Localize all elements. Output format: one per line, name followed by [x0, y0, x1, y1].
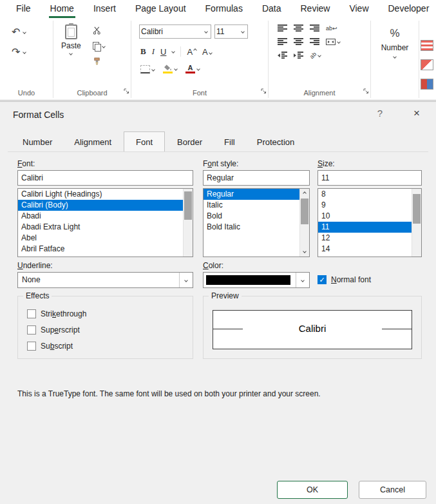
- number-format-button[interactable]: % Number: [371, 18, 419, 58]
- font-size-combo[interactable]: [214, 24, 248, 39]
- increase-font-size-button[interactable]: A: [187, 47, 196, 57]
- scrollbar-thumb[interactable]: [413, 194, 421, 224]
- font-name-combo[interactable]: [139, 24, 211, 39]
- style-list-scrollbar[interactable]: [299, 189, 309, 257]
- font-color-button[interactable]: A: [185, 64, 200, 73]
- dialog-tab-font[interactable]: Font: [124, 131, 165, 152]
- font-name-input[interactable]: [17, 170, 193, 186]
- ok-button[interactable]: OK: [277, 481, 348, 499]
- ribbon-group-font: B I U A A: [131, 18, 268, 100]
- help-button[interactable]: ?: [373, 108, 387, 119]
- clipboard-dialog-launcher[interactable]: [124, 86, 129, 97]
- size-option[interactable]: 14: [318, 244, 421, 255]
- cell-styles-icon[interactable]: [421, 79, 433, 90]
- font-option-selected[interactable]: Calibri (Body): [18, 200, 193, 211]
- dialog-tab-border[interactable]: Border: [167, 133, 212, 151]
- size-list-scrollbar[interactable]: [412, 189, 421, 257]
- font-option[interactable]: Calibri Light (Headings): [18, 189, 193, 200]
- font-option[interactable]: Abadi: [18, 211, 193, 222]
- align-center-button[interactable]: [294, 38, 303, 45]
- font-name-ribbon-input[interactable]: [141, 27, 194, 36]
- paste-button[interactable]: Paste: [53, 23, 86, 87]
- align-left-button[interactable]: [278, 38, 287, 45]
- increase-indent-button[interactable]: [294, 52, 303, 59]
- decrease-indent-button[interactable]: [278, 52, 287, 59]
- fill-color-button[interactable]: [163, 64, 177, 73]
- size-option-selected[interactable]: 11: [318, 222, 421, 233]
- decrease-font-size-button[interactable]: A: [202, 47, 212, 57]
- size-option[interactable]: 10: [318, 211, 421, 222]
- borders-button[interactable]: [140, 65, 155, 73]
- underline-button[interactable]: U: [160, 47, 166, 57]
- style-option[interactable]: Italic: [204, 200, 309, 211]
- size-option[interactable]: 12: [318, 233, 421, 244]
- copy-button[interactable]: [93, 41, 105, 51]
- chevron-down-icon[interactable]: [172, 50, 176, 53]
- alignment-dialog-launcher[interactable]: [363, 86, 369, 97]
- tab-view[interactable]: View: [339, 0, 378, 18]
- cancel-button[interactable]: Cancel: [359, 481, 426, 499]
- bold-button[interactable]: B: [140, 46, 146, 57]
- italic-button[interactable]: I: [152, 46, 155, 57]
- chevron-down-icon: [318, 53, 321, 57]
- orientation-button[interactable]: ab: [310, 52, 321, 59]
- tab-file[interactable]: File: [6, 0, 41, 18]
- style-option-selected[interactable]: Regular: [204, 189, 309, 200]
- subscript-checkbox[interactable]: Subscript: [27, 342, 73, 351]
- format-painter-button[interactable]: [93, 57, 105, 66]
- strikethrough-checkbox[interactable]: Strikethrough: [27, 309, 86, 318]
- format-as-table-icon[interactable]: [421, 59, 433, 70]
- dialog-tab-protection[interactable]: Protection: [247, 133, 305, 151]
- scrollbar-thumb[interactable]: [184, 191, 192, 220]
- font-option[interactable]: Abel: [18, 233, 193, 244]
- wrap-text-button[interactable]: ab↩: [326, 25, 337, 32]
- tab-formulas[interactable]: Formulas: [196, 0, 252, 18]
- align-right-button[interactable]: [310, 38, 319, 45]
- tab-home[interactable]: Home: [41, 0, 84, 18]
- font-list: Calibri Light (Headings) Calibri (Body) …: [17, 188, 193, 257]
- scroll-down-arrow[interactable]: [300, 247, 309, 257]
- top-align-button[interactable]: [278, 24, 287, 32]
- tab-insert[interactable]: Insert: [84, 0, 126, 18]
- tab-data[interactable]: Data: [252, 0, 291, 18]
- dropdown-button[interactable]: [296, 273, 309, 287]
- cut-button[interactable]: [93, 26, 105, 35]
- size-input[interactable]: [318, 170, 422, 186]
- tab-page-layout[interactable]: Page Layout: [126, 0, 196, 18]
- tab-review[interactable]: Review: [291, 0, 340, 18]
- color-label: Color:: [203, 261, 223, 270]
- format-cells-dialog: Format Cells ? × Number Alignment Font B…: [0, 101, 436, 504]
- font-option[interactable]: Abadi Extra Light: [18, 222, 193, 233]
- scroll-up-arrow[interactable]: [300, 189, 309, 198]
- style-option[interactable]: Bold Italic: [204, 222, 309, 233]
- underline-dropdown[interactable]: None: [17, 272, 193, 288]
- superscript-checkbox[interactable]: Superscript: [27, 325, 80, 334]
- bottom-align-button[interactable]: [310, 24, 319, 32]
- close-button[interactable]: ×: [409, 107, 424, 120]
- tab-developer[interactable]: Developer: [379, 0, 436, 18]
- dialog-tab-alignment[interactable]: Alignment: [64, 133, 121, 151]
- conditional-formatting-icon[interactable]: [421, 40, 433, 51]
- color-dropdown[interactable]: [203, 272, 310, 288]
- middle-align-button[interactable]: [294, 24, 303, 32]
- font-list-scrollbar[interactable]: [183, 189, 193, 257]
- undo-button[interactable]: ↶: [12, 26, 53, 38]
- merge-center-button[interactable]: [326, 39, 340, 45]
- font-label: Font:: [17, 159, 35, 168]
- font-option[interactable]: Abril Fatface: [18, 244, 193, 255]
- dialog-tab-fill[interactable]: Fill: [214, 133, 245, 151]
- alignment-group-label: Alignment: [269, 87, 370, 100]
- style-option[interactable]: Bold: [204, 211, 309, 222]
- font-style-input[interactable]: [203, 170, 310, 186]
- dropdown-button[interactable]: [179, 273, 193, 287]
- redo-button[interactable]: ↷: [12, 46, 53, 58]
- font-dialog-launcher[interactable]: [261, 86, 267, 97]
- scrollbar-thumb[interactable]: [301, 199, 308, 224]
- normal-font-checkbox[interactable]: ✓ Normal font: [318, 275, 371, 284]
- font-size-ribbon-input[interactable]: [216, 27, 233, 36]
- effects-label: Effects: [23, 291, 52, 300]
- size-option[interactable]: 9: [318, 200, 421, 211]
- undo-icon: ↶: [12, 26, 20, 38]
- size-option[interactable]: 8: [318, 189, 421, 200]
- dialog-tab-number[interactable]: Number: [13, 133, 62, 151]
